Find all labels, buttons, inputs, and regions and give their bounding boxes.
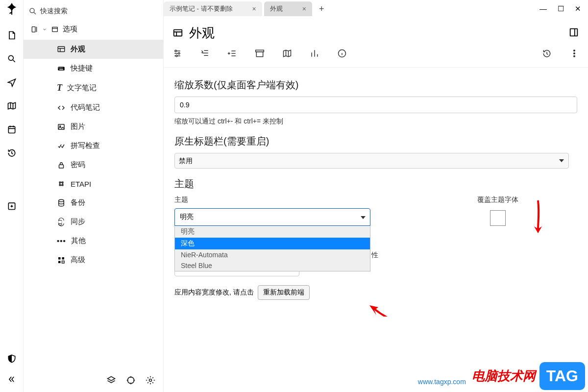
sidebar-item-sync[interactable]: 同步	[24, 212, 163, 231]
svg-point-26	[176, 55, 177, 56]
archive-icon[interactable]	[255, 49, 265, 60]
target-icon[interactable]	[126, 375, 136, 387]
layout-icon	[172, 28, 183, 39]
sidebar-item-spellcheck[interactable]: 拼写检查	[24, 136, 163, 155]
theme-option-dark[interactable]: 深色	[175, 238, 370, 249]
sidebar-item-shortcuts[interactable]: 快捷键	[24, 59, 163, 78]
sidebar-item-password[interactable]: 密码	[24, 155, 163, 174]
svg-point-24	[175, 50, 176, 51]
reload-button[interactable]: 重新加载前端	[258, 285, 310, 300]
svg-rect-17	[62, 257, 65, 260]
titlebar-heading: 原生标题栏(需要重启)	[174, 135, 577, 148]
quick-search[interactable]: 快速搜索	[24, 0, 163, 21]
search-icon[interactable]	[7, 54, 17, 66]
sidebar-item-text-notes[interactable]: T文字笔记	[24, 78, 163, 98]
app-logo-icon	[5, 3, 18, 19]
svg-point-29	[574, 50, 575, 51]
info-icon[interactable]	[337, 49, 347, 60]
annotation-arrow-2	[365, 302, 418, 317]
close-button[interactable]: ✕	[575, 4, 581, 13]
svg-rect-12	[58, 124, 64, 129]
shield-icon[interactable]	[7, 354, 17, 366]
svg-rect-5	[52, 27, 58, 31]
svg-rect-8	[59, 67, 60, 68]
svg-point-20	[127, 377, 134, 383]
sidebar-item-etapi[interactable]: ETAPI	[24, 174, 163, 193]
add-calendar-icon[interactable]	[7, 201, 17, 213]
svg-rect-1	[8, 126, 15, 133]
close-icon[interactable]: ×	[252, 5, 256, 13]
zoom-help: 缩放可以通过 ctrl+- 和 ctrl+= 来控制	[174, 117, 577, 126]
chart-icon[interactable]	[310, 49, 319, 60]
tab-bar: 示例笔记 - 请不要删除× 外观× + — ☐ ✕	[164, 0, 588, 18]
collapse-icon[interactable]	[7, 374, 17, 386]
sidebar-item-backup[interactable]: 备份	[24, 193, 163, 212]
svg-rect-16	[58, 257, 61, 260]
gear-icon[interactable]	[146, 375, 155, 387]
sidebar-item-advanced[interactable]: 高级	[24, 250, 163, 270]
options-row[interactable]: 选项	[24, 21, 163, 38]
note-toolbar	[164, 45, 588, 68]
svg-rect-4	[32, 26, 35, 32]
calendar-icon[interactable]	[7, 124, 17, 136]
theme-option-nier[interactable]: NieR-Automata	[175, 249, 370, 260]
theme-heading: 主题	[174, 177, 577, 191]
send-icon[interactable]	[7, 77, 17, 89]
sidebar-item-appearance[interactable]: 外观	[24, 40, 163, 59]
tab-appearance[interactable]: 外观×	[264, 1, 312, 16]
svg-rect-6	[58, 47, 65, 52]
zoom-heading: 缩放系数(仅桌面客户端有效)	[174, 78, 577, 92]
override-font-checkbox[interactable]	[490, 210, 506, 226]
dots-icon: •••	[57, 237, 66, 245]
svg-rect-19	[62, 261, 65, 263]
sidebar-item-code-notes[interactable]: 代码笔记	[24, 98, 163, 117]
zoom-input[interactable]	[174, 97, 577, 113]
theme-select-wrap: 明亮 明亮 深色 NieR-Automata Steel Blue	[174, 208, 370, 226]
search-placeholder: 快速搜索	[40, 7, 68, 16]
history-toolbar-icon[interactable]	[542, 49, 552, 60]
indent-add-icon[interactable]	[227, 49, 237, 60]
svg-point-25	[178, 52, 180, 54]
sidebar-footer	[24, 370, 163, 392]
tab-example-note[interactable]: 示例笔记 - 请不要删除×	[164, 1, 262, 16]
panel-icon[interactable]	[568, 27, 579, 40]
titlebar-select[interactable]: 禁用	[174, 153, 569, 169]
partial-text: 性	[371, 251, 378, 260]
layers-icon[interactable]	[106, 375, 116, 387]
book-icon[interactable]	[282, 49, 292, 60]
add-tab-button[interactable]: +	[314, 4, 329, 14]
svg-rect-10	[62, 67, 63, 68]
minimize-button[interactable]: —	[539, 4, 547, 13]
history-icon[interactable]	[7, 148, 17, 160]
theme-dropdown: 明亮 深色 NieR-Automata Steel Blue	[174, 226, 370, 271]
map-icon[interactable]	[7, 101, 17, 113]
more-icon[interactable]	[569, 49, 579, 60]
close-icon[interactable]: ×	[302, 5, 306, 13]
sidebar-item-images[interactable]: 图片	[24, 117, 163, 136]
svg-point-15	[59, 199, 64, 202]
options-label: 选项	[63, 24, 77, 34]
theme-option-light[interactable]: 明亮	[175, 226, 370, 238]
svg-point-0	[8, 55, 13, 60]
sidebar-item-other[interactable]: •••其他	[24, 231, 163, 250]
svg-rect-14	[59, 165, 64, 168]
tag-badge: TAG	[539, 362, 585, 390]
svg-point-30	[574, 53, 575, 54]
svg-rect-11	[59, 69, 63, 70]
icon-rail	[0, 0, 24, 392]
watermark: 电脑技术网 www.tagxp.com TAG	[472, 362, 585, 390]
svg-point-21	[149, 379, 152, 382]
indent-left-icon[interactable]	[200, 49, 210, 60]
new-note-icon[interactable]	[7, 30, 17, 42]
svg-point-31	[574, 56, 575, 57]
theme-select[interactable]: 明亮	[174, 208, 370, 226]
sidebar: 快速搜索 选项 外观 快捷键 T文字笔记 代码笔记 图片 拼写检查 密码 ETA…	[24, 0, 164, 392]
reload-text: 应用内容宽度修改, 请点击	[174, 288, 254, 297]
svg-rect-18	[58, 261, 61, 263]
svg-rect-22	[174, 29, 182, 36]
theme-option-steelblue[interactable]: Steel Blue	[175, 260, 370, 271]
maximize-button[interactable]: ☐	[558, 4, 564, 13]
sidebar-tree: 外观 快捷键 T文字笔记 代码笔记 图片 拼写检查 密码 ETAPI 备份 同步…	[24, 38, 163, 370]
svg-rect-7	[58, 67, 65, 71]
sliders-icon[interactable]	[172, 49, 182, 60]
